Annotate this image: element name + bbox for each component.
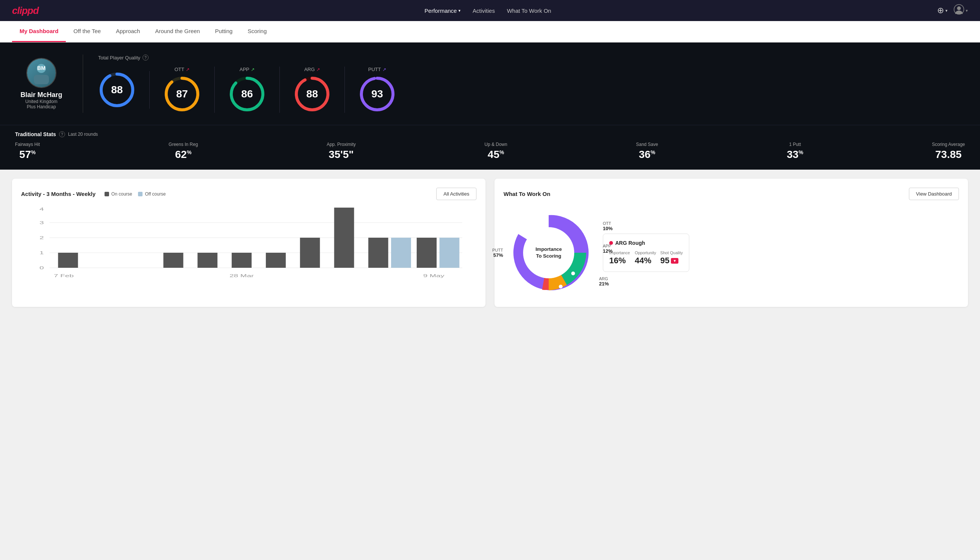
opportunity-metric: Opportunity 44% (635, 250, 657, 265)
nav-right: ⊕ ▾ ▾ (937, 4, 968, 17)
svg-text:28 Mar: 28 Mar (230, 273, 254, 278)
player-handicap: Plus Handicap (27, 104, 56, 110)
fairways-hit-label: Fairways Hit (15, 142, 40, 147)
app-proximity-label: App. Proximity (327, 142, 356, 147)
bar-week11-offcourse (439, 238, 459, 268)
fairways-hit-value: 57% (19, 148, 36, 161)
legend-on-course: On course (105, 192, 132, 197)
user-icon (954, 4, 964, 17)
trad-stats-header: Traditional Stats ? Last 20 rounds (15, 131, 965, 137)
add-chevron-icon: ▾ (945, 8, 948, 13)
importance-value: 16% (609, 256, 632, 265)
donut-center-text: Importance To Scoring (536, 246, 562, 260)
bar-week1-oncourse (58, 253, 78, 268)
shot-quality-metric: Shot Quality 95 ▼ (661, 250, 683, 265)
all-activities-button[interactable]: All Activities (436, 188, 476, 200)
svg-rect-3 (34, 75, 49, 84)
stat-one-putt: 1 Putt 33% (787, 142, 803, 161)
info-metrics-grid: Importance 16% Opportunity 44% Shot Qual… (609, 250, 683, 265)
scores-row: 88 OTT ↗ 87 (98, 67, 965, 113)
shot-quality-badge: ▼ (671, 258, 679, 263)
svg-text:4: 4 (40, 208, 44, 212)
chart-area: 0 1 2 3 4 (21, 208, 476, 283)
arg-trend-icon: ↗ (316, 67, 320, 72)
sand-save-value: 36% (639, 148, 656, 161)
info-panel: ARG Rough Importance 16% Opportunity 44%… (603, 233, 689, 272)
app-trend-icon: ↗ (251, 67, 255, 72)
arg-segment-dot (522, 224, 526, 228)
what-to-work-on-card: What To Work On View Dashboard (494, 178, 968, 307)
greens-in-reg-value: 62% (175, 148, 192, 161)
subnav-around-the-green[interactable]: Around the Green (147, 21, 207, 42)
trad-stats-subtitle: Last 20 rounds (68, 132, 98, 137)
app-segment-dot (571, 272, 575, 275)
ott-trend-icon: ↗ (186, 67, 190, 72)
app-label: APP ↗ (240, 67, 255, 72)
trad-stats-help-icon[interactable]: ? (59, 131, 65, 137)
player-info: BM Blair McHarg United Kingdom Plus Hand… (15, 58, 68, 110)
player-country: United Kingdom (25, 99, 57, 104)
chart-legend: On course Off course (105, 192, 166, 197)
arg-segment-label: ARG 21% (599, 277, 609, 287)
user-menu-button[interactable]: ▾ (954, 4, 968, 17)
nav-what-to-work-on[interactable]: What To Work On (507, 8, 551, 14)
ott-segment-label: OTT 10% (603, 221, 612, 231)
bar-week10-oncourse (368, 238, 388, 268)
nav-activities[interactable]: Activities (473, 8, 495, 14)
app-score-card: APP ↗ 86 (215, 67, 280, 113)
subnav-approach[interactable]: Approach (108, 21, 147, 42)
subnav-my-dashboard[interactable]: My Dashboard (12, 21, 66, 42)
bar-week8-oncourse (300, 238, 320, 268)
legend-off-course: Off course (138, 192, 165, 197)
bar-chart-svg: 0 1 2 3 4 (21, 208, 476, 283)
nav-performance[interactable]: Performance ▾ (424, 8, 461, 14)
main-score-circle: 88 (98, 71, 136, 109)
app-logo[interactable]: clippd (12, 5, 39, 17)
arg-score-card: ARG ↗ 88 (280, 67, 345, 113)
on-course-dot (105, 192, 109, 196)
stat-greens-in-reg: Greens In Reg 62% (168, 142, 198, 161)
svg-text:2: 2 (40, 235, 44, 240)
tpq-section: Total Player Quality ? 88 (98, 55, 965, 113)
svg-text:1: 1 (40, 250, 44, 255)
add-button[interactable]: ⊕ ▾ (937, 6, 948, 15)
player-avatar: BM (26, 58, 57, 88)
putt-label: PUTT ↗ (368, 67, 386, 72)
subnav-putting[interactable]: Putting (208, 21, 240, 42)
ott-value: 87 (176, 88, 188, 100)
plus-circle-icon: ⊕ (937, 6, 944, 15)
subnav-off-the-tee[interactable]: Off the Tee (66, 21, 108, 42)
tpq-help-icon[interactable]: ? (143, 55, 148, 60)
user-chevron-icon: ▾ (966, 8, 968, 13)
up-and-down-value: 45% (488, 148, 504, 161)
up-and-down-label: Up & Down (484, 142, 507, 147)
arg-value: 88 (306, 88, 318, 100)
stat-scoring-avg: Scoring Average 73.85 (932, 142, 965, 161)
ott-circle: 87 (163, 75, 201, 113)
bar-week11-oncourse (417, 238, 437, 268)
app-circle: 86 (228, 75, 266, 113)
top-nav: clippd Performance ▾ Activities What To … (0, 0, 980, 21)
view-dashboard-button[interactable]: View Dashboard (909, 188, 959, 200)
wtwo-header: What To Work On View Dashboard (504, 188, 959, 200)
putt-segment-label: PUTT 57% (492, 248, 503, 258)
ott-label: OTT ↗ (175, 67, 190, 72)
putt-score-card: PUTT ↗ 93 (345, 67, 409, 113)
main-content: Activity - 3 Months - Weekly On course O… (0, 170, 980, 316)
svg-text:7 Feb: 7 Feb (54, 273, 74, 278)
avatar-image: BM (27, 58, 56, 88)
bar-week9-oncourse (334, 208, 354, 268)
arg-circle: 88 (293, 75, 331, 113)
wtwo-inner: Importance To Scoring PUTT 57% ARG 21% A… (504, 208, 959, 298)
stat-fairways-hit: Fairways Hit 57% (15, 142, 40, 161)
sand-save-label: Sand Save (636, 142, 658, 147)
one-putt-value: 33% (787, 148, 803, 161)
svg-text:BM: BM (37, 65, 45, 71)
scoring-avg-value: 73.85 (935, 148, 962, 161)
bar-week5-oncourse (198, 253, 217, 268)
chart-card-header: Activity - 3 Months - Weekly On course O… (21, 188, 476, 200)
wtwo-title: What To Work On (504, 191, 550, 197)
subnav-scoring[interactable]: Scoring (240, 21, 274, 42)
ott-score-card: OTT ↗ 87 (150, 67, 215, 113)
app-value: 86 (241, 88, 253, 100)
